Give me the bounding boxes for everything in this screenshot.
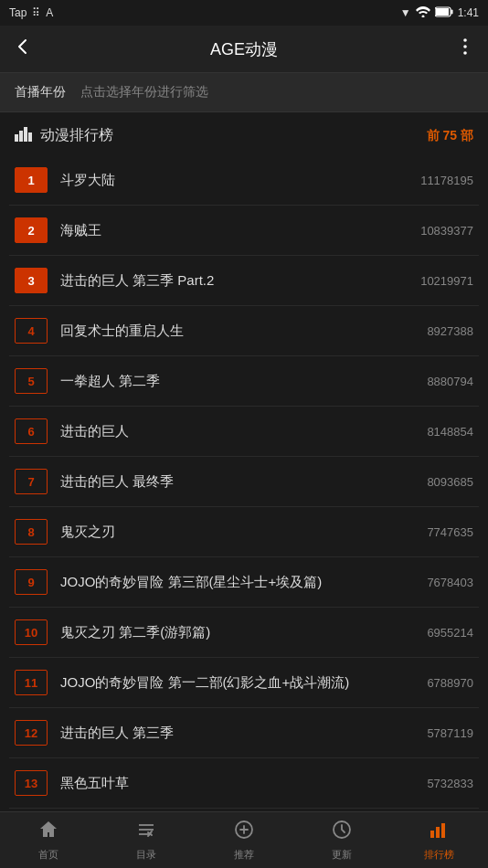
time: 1:41 [458,6,479,19]
list-item[interactable]: 3进击的巨人 第三季 Part.210219971 [9,256,479,306]
rank-count: 5787119 [400,726,473,740]
svg-rect-7 [15,134,18,142]
notification-icon: ⠿ [32,6,40,19]
nav-label-home: 首页 [38,848,58,862]
nav-item-recommend[interactable]: 推荐 [196,812,293,868]
svg-rect-8 [19,131,23,142]
rank-number: 4 [15,318,48,344]
nav-label-ranking: 排行榜 [424,848,454,862]
ranking-header: 动漫排行榜 前 75 部 [0,112,488,155]
rank-number: 11 [15,670,48,695]
svg-rect-16 [430,831,434,838]
rank-count: 8927388 [400,324,473,338]
rank-number: 5 [15,368,48,394]
svg-rect-2 [436,8,449,16]
rank-name: 鬼灭之刃 [60,524,400,541]
ranking-list: 1斗罗大陆111781952海贼王108393773进击的巨人 第三季 Part… [0,155,488,809]
app-icon-a: A [46,6,53,19]
rank-name: 斗罗大陆 [60,172,400,189]
list-item[interactable]: 9JOJO的奇妙冒险 第三部(星尘斗士+埃及篇)7678403 [9,557,479,608]
rank-number: 1 [15,167,48,193]
nav-item-catalog[interactable]: 目录 [98,812,196,868]
rank-name: JOJO的奇妙冒险 第一二部(幻影之血+战斗潮流) [60,674,400,692]
ranking-icon [430,820,450,845]
filter-label: 首播年份 [15,84,66,101]
ranking-number: 75 [443,128,458,143]
list-item[interactable]: 8鬼灭之刃7747635 [9,507,479,557]
svg-rect-18 [441,823,445,838]
status-bar: Tap ⠿ A ▼ 1:41 [0,0,488,26]
svg-rect-17 [436,827,440,838]
rank-number: 8 [15,519,48,545]
rank-name: 进击的巨人 第三季 [60,725,400,742]
back-button[interactable] [13,37,40,61]
filter-hint: 点击选择年份进行筛选 [80,84,208,101]
svg-rect-3 [451,9,452,14]
rank-name: 进击的巨人 最终季 [60,473,400,491]
list-item[interactable]: 13黑色五叶草5732833 [9,758,479,809]
rank-name: 进击的巨人 [60,423,400,440]
rank-name: 一拳超人 第二季 [60,373,400,390]
rank-number: 2 [15,217,48,243]
svg-point-0 [421,15,424,17]
rank-number: 10 [15,619,48,645]
rank-name: 海贼王 [60,222,400,239]
filter-bar[interactable]: 首播年份 点击选择年份进行筛选 [0,73,488,112]
nav-label-update: 更新 [332,848,352,862]
svg-rect-9 [24,127,27,142]
wifi-icon [416,6,430,20]
signal-icon: ▼ [400,6,411,19]
rank-name: 回复术士的重启人生 [60,323,400,340]
list-item[interactable]: 12进击的巨人 第三季5787119 [9,708,479,758]
rank-number: 9 [15,569,48,595]
rank-count: 11178195 [400,174,473,187]
nav-item-ranking[interactable]: 排行榜 [390,812,488,868]
svg-point-6 [463,51,467,55]
rank-number: 12 [15,720,48,746]
rank-count: 6955214 [400,626,473,640]
list-item[interactable]: 2海贼王10839377 [9,206,479,256]
rank-name: JOJO的奇妙冒险 第三部(星尘斗士+埃及篇) [60,574,400,591]
page-title: AGE动漫 [40,38,448,60]
rank-number: 3 [15,268,48,293]
nav-label-recommend: 推荐 [234,848,254,862]
list-item[interactable]: 10鬼灭之刃 第二季(游郭篇)6955214 [9,608,479,658]
list-item[interactable]: 1斗罗大陆11178195 [9,155,479,206]
battery-icon [435,6,453,20]
list-item[interactable]: 5一拳超人 第二季8880794 [9,356,479,407]
rank-number: 13 [15,770,48,796]
rank-count: 7678403 [400,576,473,589]
catalog-icon [136,820,156,845]
rank-count: 5732833 [400,777,473,790]
nav-label-catalog: 目录 [136,848,156,862]
rank-count: 10219971 [400,274,473,288]
nav-item-home[interactable]: 首页 [0,812,98,868]
more-button[interactable] [448,37,475,61]
svg-point-5 [463,45,467,48]
update-icon [332,820,352,845]
list-item[interactable]: 11JOJO的奇妙冒险 第一二部(幻影之血+战斗潮流)6788970 [9,658,479,708]
list-item[interactable]: 4回复术士的重启人生8927388 [9,306,479,356]
ranking-title-wrap: 动漫排行榜 [15,125,113,146]
chart-icon [15,125,33,146]
bottom-nav: 首页目录推荐更新排行榜 [0,811,488,868]
top-bar: AGE动漫 [0,26,488,73]
svg-rect-10 [28,132,32,142]
status-left: Tap ⠿ A [9,6,53,19]
rank-count: 8148854 [400,425,473,439]
rank-name: 进击的巨人 第三季 Part.2 [60,272,400,290]
rank-count: 8880794 [400,375,473,388]
svg-point-4 [463,38,467,42]
rank-count: 7747635 [400,525,473,539]
rank-name: 黑色五叶草 [60,775,400,792]
list-item[interactable]: 7进击的巨人 最终季8093685 [9,457,479,507]
recommend-icon [234,820,254,845]
rank-number: 7 [15,469,48,494]
status-right: ▼ 1:41 [400,6,479,20]
svg-rect-19 [445,829,448,831]
home-icon [38,820,58,845]
list-item[interactable]: 6进击的巨人8148854 [9,407,479,457]
nav-item-update[interactable]: 更新 [292,812,390,868]
rank-count: 8093685 [400,475,473,489]
rank-number: 6 [15,418,48,444]
